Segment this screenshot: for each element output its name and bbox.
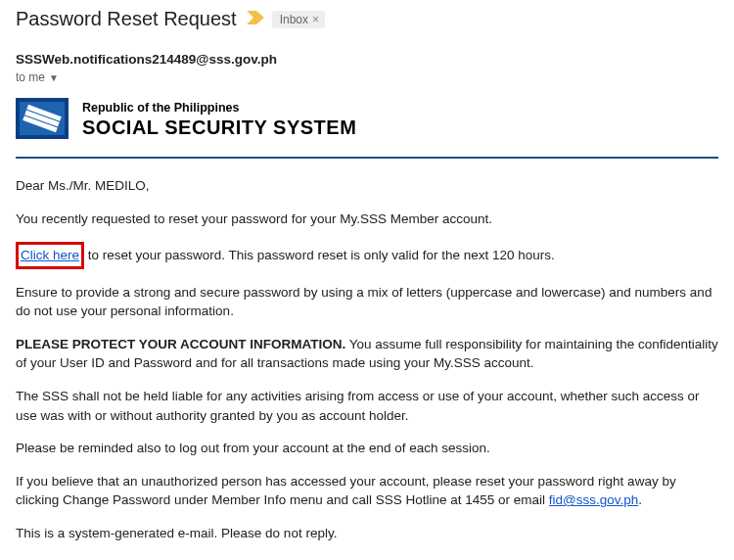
sss-logo-icon bbox=[16, 98, 69, 143]
click-here-rest: to reset your password. This password re… bbox=[84, 248, 555, 262]
email-body-wrap: Republic of the Philippines SOCIAL SECUR… bbox=[0, 84, 734, 560]
intro-paragraph: You recently requested to reset your pas… bbox=[16, 210, 718, 229]
protect-paragraph: PLEASE PROTECT YOUR ACCOUNT INFORMATION.… bbox=[16, 335, 718, 373]
recipient-text: to me bbox=[16, 70, 45, 84]
ensure-paragraph: Ensure to provide a strong and secure pa… bbox=[16, 283, 718, 321]
password-reset-link[interactable]: Click here bbox=[21, 248, 79, 262]
footer-paragraph: This is a system-generated e-mail. Pleas… bbox=[16, 524, 718, 543]
show-details-icon[interactable]: ▼ bbox=[49, 72, 59, 83]
salutation: Dear Ms./Mr. MEDILO, bbox=[16, 176, 718, 196]
click-here-paragraph: Click here to reset your password. This … bbox=[16, 242, 718, 269]
fid-email-link[interactable]: fid@sss.gov.ph bbox=[549, 492, 639, 507]
sender-block: SSSWeb.notifications214489@sss.gov.ph bbox=[0, 34, 734, 69]
category-label[interactable]: Inbox × bbox=[272, 11, 325, 28]
unauth-text-post: . bbox=[638, 492, 642, 507]
logout-paragraph: Please be reminded also to log out from … bbox=[16, 439, 718, 458]
unauth-paragraph: If you believe that an unauthorized pers… bbox=[16, 472, 718, 510]
divider bbox=[16, 157, 718, 159]
category-label-text: Inbox bbox=[280, 13, 308, 26]
liable-paragraph: The SSS shall not be held liable for any… bbox=[16, 387, 718, 425]
email-subject: Password Reset Request bbox=[16, 8, 237, 30]
email-subject-row: Password Reset Request Inbox × bbox=[0, 0, 734, 34]
protect-bold: PLEASE PROTECT YOUR ACCOUNT INFORMATION. bbox=[16, 337, 345, 351]
org-name: SOCIAL SECURITY SYSTEM bbox=[82, 116, 356, 140]
recipient-row[interactable]: to me ▼ bbox=[0, 69, 734, 84]
org-header: Republic of the Philippines SOCIAL SECUR… bbox=[16, 98, 718, 143]
label-remove-icon[interactable]: × bbox=[312, 13, 319, 26]
sender-address: SSSWeb.notifications214489@sss.gov.ph bbox=[16, 52, 718, 67]
email-body: Dear Ms./Mr. MEDILO, You recently reques… bbox=[16, 176, 718, 542]
important-marker-icon[interactable] bbox=[247, 11, 264, 27]
org-republic: Republic of the Philippines bbox=[82, 101, 356, 117]
click-here-highlight: Click here bbox=[16, 242, 84, 269]
org-text: Republic of the Philippines SOCIAL SECUR… bbox=[82, 101, 356, 141]
